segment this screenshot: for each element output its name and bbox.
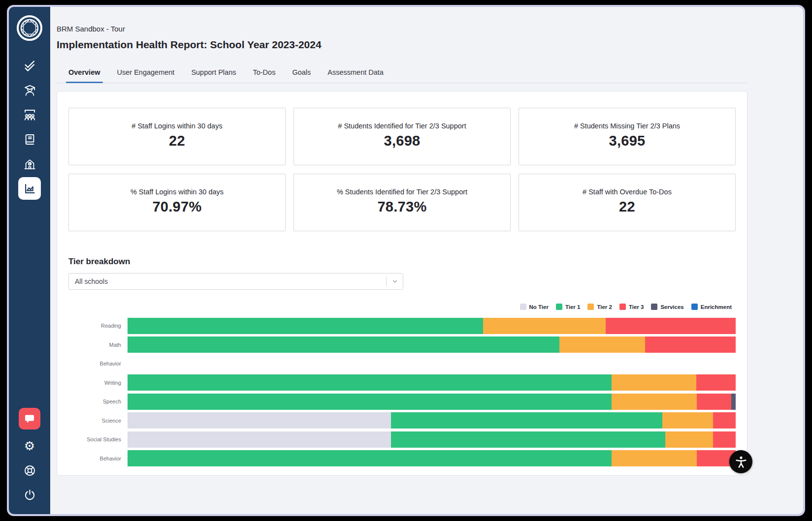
chart-row-label: Math (68, 342, 128, 348)
legend-swatch (691, 304, 698, 310)
legend-item-enrichment[interactable]: Enrichment (691, 304, 732, 310)
bar-segment-tier2[interactable] (483, 318, 605, 334)
bar-segment-tier2[interactable] (665, 431, 714, 448)
legend-item-tier2[interactable]: Tier 2 (587, 304, 612, 310)
school-filter-value: All schools (75, 277, 108, 285)
school-filter-select[interactable]: All schools (68, 273, 403, 290)
stat-value: 22 (519, 199, 735, 215)
bar-segment-tier2[interactable] (612, 374, 696, 391)
chart-row: Speech (68, 392, 736, 411)
chart-row-track (128, 394, 736, 410)
chart-row: Writing (68, 373, 736, 393)
tier-breakdown-chart: No Tier Tier 1 Tier 2 Tier 3 (68, 304, 736, 468)
chart-rows: ReadingMathBehaviorWritingSpeechScienceS… (68, 316, 736, 468)
tier-breakdown-heading: Tier breakdown (68, 257, 736, 267)
chart-row-track (128, 450, 736, 466)
legend-swatch (587, 304, 594, 310)
logo-icon[interactable] (16, 15, 43, 41)
legend-item-tier3[interactable]: Tier 3 (619, 304, 644, 310)
legend-label: No Tier (529, 304, 549, 310)
settings-gear-icon[interactable]: ⚙ (18, 434, 41, 457)
chart-row-label: Science (68, 418, 128, 424)
bar-segment-tier1[interactable] (128, 450, 612, 466)
stat-value: 3,695 (519, 133, 735, 149)
chart-row: Science (68, 411, 736, 430)
legend-swatch (651, 304, 657, 310)
bar-segment-no_tier[interactable] (128, 412, 391, 429)
chart-row: Social Studies (68, 430, 736, 449)
bar-segment-tier2[interactable] (612, 394, 697, 410)
tab-overview[interactable]: Overview (67, 63, 101, 83)
bar-segment-tier1[interactable] (128, 394, 612, 410)
tab-bar: Overview User Engagement Support Plans T… (57, 63, 747, 83)
stat-value: 78.73% (294, 199, 510, 215)
legend-item-no-tier[interactable]: No Tier (520, 304, 549, 310)
book-icon[interactable] (18, 128, 41, 151)
stat-value: 3,698 (294, 133, 510, 149)
stat-card-students-missing-plans: # Students Missing Tier 2/3 Plans 3,695 (519, 108, 736, 165)
chart-row-label: Reading (68, 323, 128, 329)
window-frame: ⚙ BRM Sandbox - Tour Implementation Heal… (7, 5, 805, 516)
bar-segment-tier1[interactable] (128, 337, 559, 353)
app-window: ⚙ BRM Sandbox - Tour Implementation Heal… (9, 7, 803, 514)
bar-segment-no_tier[interactable] (128, 431, 391, 448)
tab-to-dos[interactable]: To-Dos (252, 63, 276, 83)
chart-row-track (128, 318, 736, 334)
sidebar: ⚙ (9, 7, 50, 514)
tab-assessment-data[interactable]: Assessment Data (326, 63, 385, 83)
stat-value: 22 (69, 133, 285, 149)
bar-segment-tier1[interactable] (128, 318, 483, 334)
legend-swatch (619, 304, 626, 310)
bar-segment-tier2[interactable] (559, 337, 645, 353)
help-lifering-icon[interactable] (18, 459, 41, 482)
bar-segment-tier2[interactable] (662, 412, 714, 429)
tab-support-plans[interactable]: Support Plans (190, 63, 237, 83)
accessibility-icon (734, 455, 748, 469)
bar-segment-tier3[interactable] (606, 318, 736, 334)
bar-segment-tier3[interactable] (697, 394, 731, 410)
chart-row-track (128, 412, 736, 429)
chart-row-label: Behavior (68, 361, 128, 367)
accessibility-widget-button[interactable] (729, 450, 752, 473)
legend-item-tier1[interactable]: Tier 1 (556, 304, 580, 310)
student-icon[interactable] (18, 79, 41, 101)
power-icon[interactable] (18, 484, 41, 506)
bar-segment-tier3[interactable] (696, 374, 736, 391)
stat-card-staff-logins-count: # Staff Logins within 30 days 22 (68, 108, 286, 165)
bar-segment-tier1[interactable] (128, 374, 612, 391)
chat-button[interactable] (19, 408, 40, 429)
stat-card-grid: # Staff Logins within 30 days 22 # Stude… (68, 108, 736, 231)
bar-segment-services[interactable] (731, 394, 736, 410)
bar-segment-tier1[interactable] (391, 412, 662, 429)
chart-row: Behavior (68, 354, 736, 373)
double-check-icon[interactable] (18, 54, 41, 77)
school-building-icon[interactable] (18, 153, 41, 175)
legend-label: Tier 2 (597, 304, 612, 310)
chart-row: Reading (68, 316, 736, 336)
overview-panel: # Staff Logins within 30 days 22 # Stude… (57, 91, 747, 476)
stat-card-students-identified-percent: % Students Identified for Tier 2/3 Suppo… (293, 174, 511, 231)
tab-goals[interactable]: Goals (291, 63, 312, 83)
legend-item-services[interactable]: Services (651, 304, 683, 310)
reports-chart-icon[interactable] (18, 177, 41, 200)
chart-row: Math (68, 336, 736, 355)
bar-segment-tier3[interactable] (713, 412, 736, 429)
classroom-group-icon[interactable] (18, 103, 41, 126)
legend-swatch (556, 304, 562, 310)
legend-label: Tier 3 (629, 304, 644, 310)
bar-segment-tier2[interactable] (612, 450, 697, 466)
main-content: BRM Sandbox - Tour Implementation Health… (50, 7, 803, 514)
stat-label: % Students Identified for Tier 2/3 Suppo… (294, 188, 510, 196)
chart-row-track (128, 356, 736, 372)
bar-segment-tier3[interactable] (713, 431, 736, 448)
chat-bubble-icon (24, 413, 35, 425)
chevron-down-icon[interactable] (387, 278, 403, 285)
app-subtitle: BRM Sandbox - Tour (57, 25, 747, 33)
page-title: Implementation Health Report: School Yea… (57, 39, 747, 51)
stat-card-staff-logins-percent: % Staff Logins within 30 days 70.97% (68, 174, 286, 231)
bar-segment-tier1[interactable] (391, 431, 665, 448)
bar-segment-tier3[interactable] (645, 337, 736, 353)
legend-label: Tier 1 (565, 304, 580, 310)
tab-user-engagement[interactable]: User Engagement (116, 63, 176, 83)
stat-label: # Staff Logins within 30 days (69, 122, 285, 130)
